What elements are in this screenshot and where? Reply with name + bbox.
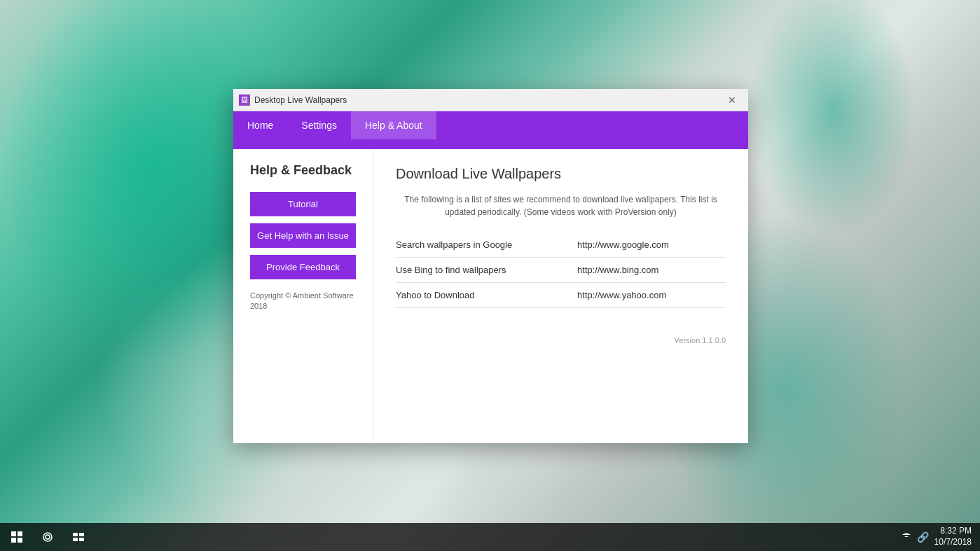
section-title: Download Live Wallpapers xyxy=(396,166,726,182)
link-label-3: Yahoo to Download xyxy=(396,283,577,308)
link-url-3[interactable]: http://www.yahoo.com xyxy=(577,283,726,308)
app-window: 🖼 Desktop Live Wallpapers ✕ Home Setting… xyxy=(233,89,748,443)
get-help-button[interactable]: Get Help with an Issue xyxy=(250,223,356,248)
svg-rect-6 xyxy=(73,533,78,536)
clock-time: 8:32 PM xyxy=(934,526,972,537)
link-label-2: Use Bing to find wallpapers xyxy=(396,258,577,283)
table-row: Search wallpapers in Google http://www.g… xyxy=(396,232,726,258)
header-strip xyxy=(233,139,748,149)
taskbar-left xyxy=(0,523,92,551)
nav-home[interactable]: Home xyxy=(233,111,287,139)
left-panel: Help & Feedback Tutorial Get Help with a… xyxy=(233,149,373,443)
system-tray-icon[interactable]: 🔗 xyxy=(917,531,929,543)
cortana-button[interactable] xyxy=(34,523,62,551)
taskbar: 🔗 8:32 PM 10/7/2018 xyxy=(0,523,980,551)
svg-rect-1 xyxy=(18,531,22,536)
svg-point-4 xyxy=(43,533,52,541)
svg-point-5 xyxy=(46,535,50,539)
title-bar-left: 🖼 Desktop Live Wallpapers xyxy=(239,95,347,106)
svg-rect-0 xyxy=(11,531,16,536)
network-icon[interactable] xyxy=(902,531,911,543)
tutorial-button[interactable]: Tutorial xyxy=(250,192,356,216)
table-row: Use Bing to find wallpapers http://www.b… xyxy=(396,258,726,283)
link-url-2[interactable]: http://www.bing.com xyxy=(577,258,726,283)
start-button[interactable] xyxy=(3,523,31,551)
task-view-button[interactable] xyxy=(64,523,92,551)
svg-rect-2 xyxy=(11,538,16,543)
app-icon: 🖼 xyxy=(239,95,250,106)
nav-bar: Home Settings Help & About xyxy=(233,111,748,139)
taskbar-clock[interactable]: 8:32 PM 10/7/2018 xyxy=(934,526,972,547)
table-row: Yahoo to Download http://www.yahoo.com xyxy=(396,283,726,308)
svg-rect-9 xyxy=(79,538,84,541)
description-text: The following is a list of sites we reco… xyxy=(396,193,726,218)
svg-rect-8 xyxy=(73,538,78,541)
nav-settings[interactable]: Settings xyxy=(287,111,351,139)
provide-feedback-button[interactable]: Provide Feedback xyxy=(250,255,356,279)
copyright-text: Copyright © Ambient Software 2018 xyxy=(250,291,356,312)
nav-help-about[interactable]: Help & About xyxy=(351,111,436,139)
clock-date: 10/7/2018 xyxy=(934,537,972,548)
links-table: Search wallpapers in Google http://www.g… xyxy=(396,232,726,308)
svg-rect-3 xyxy=(18,538,22,543)
window-title: Desktop Live Wallpapers xyxy=(254,95,347,105)
version-text: Version 1.1.0.0 xyxy=(396,322,726,344)
window-body: Help & Feedback Tutorial Get Help with a… xyxy=(233,149,748,443)
title-bar: 🖼 Desktop Live Wallpapers ✕ xyxy=(233,89,748,111)
right-panel: Download Live Wallpapers The following i… xyxy=(373,149,748,443)
svg-rect-7 xyxy=(79,533,84,536)
link-url-1[interactable]: http://www.google.com xyxy=(577,232,726,258)
content-area: Help & Feedback Tutorial Get Help with a… xyxy=(233,149,748,443)
panel-title: Help & Feedback xyxy=(250,163,356,178)
taskbar-right: 🔗 8:32 PM 10/7/2018 xyxy=(902,526,980,547)
link-label-1: Search wallpapers in Google xyxy=(396,232,577,258)
close-button[interactable]: ✕ xyxy=(716,89,748,111)
